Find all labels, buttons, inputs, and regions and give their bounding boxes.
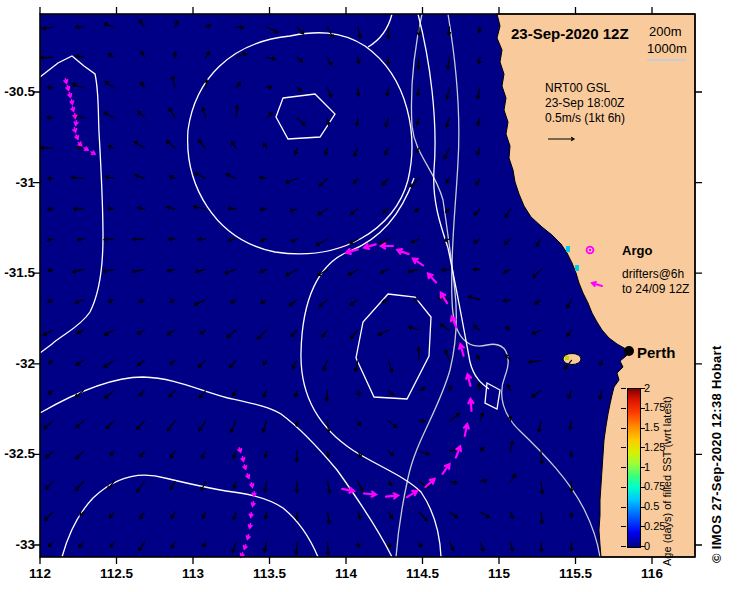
depth-200m-label: 200m <box>649 24 682 39</box>
drifters-legend-label-2: to 24/09 12Z <box>622 282 689 296</box>
x-tick-label: 112 <box>10 566 70 581</box>
colorbar-tick <box>641 467 645 468</box>
colorbar-tick-label: 0.25 <box>644 520 665 532</box>
model-name-label: NRT00 GSL <box>545 81 625 96</box>
colorbar-tick <box>621 467 626 468</box>
argo-legend-label: Argo <box>622 243 652 258</box>
x-tick-label: 114.5 <box>393 566 453 581</box>
x-tick-label: 113.5 <box>240 566 300 581</box>
depth-1000m-label: 1000m <box>647 41 687 56</box>
colorbar-tick-label: 1.5 <box>644 421 659 433</box>
colorbar-tick <box>641 526 645 527</box>
colorbar-tick-label: 1.25 <box>644 441 665 453</box>
colorbar-tick <box>621 408 626 409</box>
colorbar-tick <box>621 526 626 527</box>
x-tick-label: 112.5 <box>87 566 147 581</box>
x-tick-label: 115.5 <box>546 566 606 581</box>
y-tick-label: -32 <box>0 356 35 371</box>
colorbar-tick <box>621 507 626 508</box>
x-tick-label: 115 <box>469 566 529 581</box>
bathymetry-contour-swatch <box>647 59 686 61</box>
colorbar-tick <box>641 388 645 389</box>
model-legend: NRT00 GSL 23-Sep 18:00Z 0.5m/s (1kt 6h) <box>545 81 625 126</box>
colorbar-tick <box>621 447 626 448</box>
city-label-perth: Perth <box>637 344 675 361</box>
y-tick-label: -33 <box>0 537 35 552</box>
y-tick-label: -30.5 <box>0 84 35 99</box>
x-tick-label: 116 <box>622 566 682 581</box>
colorbar-tick-label: 0.5 <box>644 500 659 512</box>
map-title: 23-Sep-2020 12Z <box>511 25 629 42</box>
colorbar-tick <box>621 388 626 389</box>
colorbar-tick <box>621 487 626 488</box>
x-tick-label: 114 <box>316 566 376 581</box>
y-tick-label: -31 <box>0 175 35 190</box>
vector-scale-label: 0.5m/s (1kt 6h) <box>545 111 625 126</box>
colorbar-tick <box>641 507 645 508</box>
colorbar-tick <box>641 447 645 448</box>
colorbar-tick <box>641 487 645 488</box>
sst-age-colorbar <box>627 388 641 548</box>
colorbar-tick <box>641 428 645 429</box>
attribution-label: © IMOS 27-Sep-2020 12:38 Hobart <box>709 345 724 563</box>
perth-city-dot <box>624 346 634 356</box>
colorbar-tick <box>621 428 626 429</box>
colorbar-tick <box>621 546 626 547</box>
colorbar-tick-label: 0.75 <box>644 480 665 492</box>
colorbar-tick-label: 1.75 <box>644 401 665 413</box>
colorbar-tick <box>641 546 645 547</box>
colorbar-tick <box>641 408 645 409</box>
model-time-label: 23-Sep 18:00Z <box>545 96 625 111</box>
x-tick-label: 113 <box>163 566 223 581</box>
drifters-legend-label-1: drifters@6h <box>622 267 684 281</box>
y-tick-label: -31.5 <box>0 265 35 280</box>
ocean-current-map-figure: 23-Sep-2020 12Z 200m 1000m NRT00 GSL 23-… <box>0 0 739 592</box>
y-tick-label: -32.5 <box>0 446 35 461</box>
